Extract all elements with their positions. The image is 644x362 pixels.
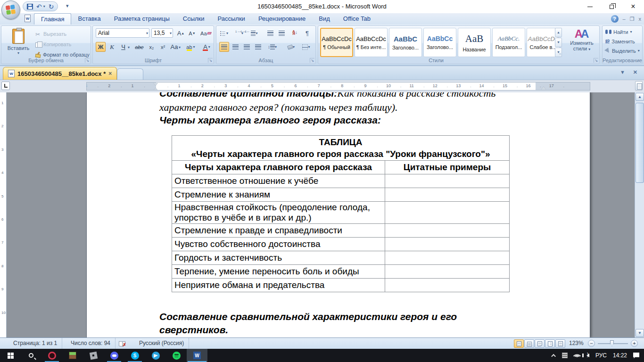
empty-cell[interactable] <box>385 202 510 224</box>
doc-close-icon[interactable]: x <box>639 15 642 23</box>
draft-view-icon[interactable] <box>555 339 565 348</box>
page-count[interactable]: Страница: 1 из 1 <box>8 338 62 349</box>
empty-cell[interactable] <box>385 279 510 292</box>
doc-line1-bold[interactable]: Составление цитатной таблицы: <box>159 92 337 99</box>
tab-review[interactable]: Рецензирование <box>252 13 312 25</box>
taskbar-spotify[interactable] <box>166 349 187 362</box>
align-right-button[interactable] <box>242 42 252 52</box>
doc-line3[interactable]: Черты характера главного героя рассказа: <box>159 114 495 127</box>
language-status[interactable]: Русский (Россия) <box>134 338 189 349</box>
shrink-font-button[interactable]: А▼ <box>187 28 197 38</box>
select-button[interactable]: Выделить▾ <box>605 47 640 55</box>
taskbar-word-active[interactable]: W <box>187 349 207 362</box>
print-layout-view-icon[interactable] <box>514 339 524 348</box>
empty-cell[interactable] <box>385 188 510 202</box>
doc-line2[interactable]: характера главного героя? (показать чере… <box>159 101 495 114</box>
tab-bar-close-icon[interactable]: ✕ <box>633 69 637 75</box>
empty-cell[interactable] <box>385 174 510 188</box>
qat-customize-icon[interactable]: ▾ <box>66 3 69 9</box>
align-center-button[interactable] <box>231 42 240 52</box>
clipboard-dialog-launcher-icon[interactable]: ↘ <box>85 58 90 63</box>
grow-font-button[interactable]: А▲ <box>176 28 186 38</box>
closing-line2[interactable]: сверстников. <box>159 323 457 337</box>
taskbar-discord[interactable] <box>104 349 124 362</box>
notification-center-icon[interactable] <box>633 353 639 359</box>
change-case-dropdown-icon[interactable]: ▾ <box>179 45 181 49</box>
taskbar-telegram[interactable] <box>145 349 166 362</box>
table-header-col2[interactable]: Цитатные примеры <box>385 161 510 174</box>
paragraph-dialog-launcher-icon[interactable]: ↘ <box>310 58 314 63</box>
tray-expand-icon[interactable] <box>551 354 556 358</box>
outline-view-icon[interactable] <box>545 339 555 348</box>
align-left-button[interactable] <box>219 42 229 52</box>
vertical-scrollbar[interactable]: ▲ ▼ <box>635 92 644 337</box>
highlight-button[interactable]: ab▾ <box>185 42 195 52</box>
numbering-button[interactable]: ▾ <box>234 28 244 38</box>
document-page[interactable]: Составление цитатной таблицы:Как показан… <box>86 92 590 337</box>
close-button[interactable]: × <box>622 0 644 13</box>
italic-button[interactable]: К <box>107 42 117 52</box>
change-case-button[interactable]: Аа <box>169 42 179 52</box>
styles-dialog-launcher-icon[interactable]: ↘ <box>594 58 598 63</box>
paste-dropdown-icon[interactable]: ▾ <box>17 51 19 55</box>
strikethrough-button[interactable]: abe <box>134 42 144 52</box>
cut-button[interactable]: ✂ Вырезать <box>35 30 66 38</box>
justify-button[interactable] <box>253 42 263 52</box>
redo-icon[interactable]: ↻ <box>49 3 54 10</box>
change-styles-button[interactable]: AA Изменить стили ▾ <box>565 28 598 61</box>
taskbar-opera-gx[interactable] <box>41 349 62 362</box>
zoom-in-icon[interactable]: + <box>631 340 638 347</box>
copy-button[interactable]: Копировать <box>35 40 71 49</box>
clock[interactable]: 14:22 <box>613 352 627 359</box>
doc-minimize-icon[interactable]: – <box>623 15 626 23</box>
superscript-button[interactable]: x² <box>158 42 168 52</box>
empty-cell[interactable] <box>385 224 510 238</box>
taskbar-roblox[interactable] <box>83 349 104 362</box>
document-paragraphs[interactable]: Составление цитатной таблицы:Как показан… <box>159 92 495 127</box>
undo-dropdown-icon[interactable]: ▾ <box>43 4 45 8</box>
save-icon[interactable] <box>27 4 33 9</box>
tab-list-dropdown-icon[interactable]: ▼ <box>620 69 625 75</box>
taskbar-skype[interactable]: S <box>124 349 145 362</box>
tab-home[interactable]: Главная <box>34 13 71 25</box>
style-subtitle[interactable]: AaBbCc.Подзагол... <box>492 28 525 57</box>
replace-button[interactable]: abас Заменить <box>605 37 635 45</box>
closing-line1[interactable]: Составление сравнительной характеристики… <box>159 310 457 323</box>
start-button[interactable] <box>0 349 21 362</box>
horizontal-ruler[interactable]: 1231234567891011121314151617············… <box>86 82 590 90</box>
bold-button[interactable]: Ж <box>96 42 106 52</box>
subscript-button[interactable]: x₂ <box>147 42 157 52</box>
tray-app-icon[interactable] <box>562 353 568 358</box>
undo-icon[interactable]: ↶ <box>36 3 42 10</box>
help-icon[interactable]: ? <box>611 15 619 23</box>
tab-view[interactable]: Вид <box>312 13 337 25</box>
increase-indent-button[interactable] <box>277 28 287 38</box>
sort-button[interactable]: АЯ↓ <box>290 27 300 37</box>
tab-page-layout[interactable]: Разметка страницы <box>107 13 176 25</box>
font-color-button[interactable]: А▾ <box>201 42 211 52</box>
paste-button[interactable]: Вставить ▾ <box>5 29 32 60</box>
style-title[interactable]: AaBНазвание <box>458 28 491 57</box>
bullets-button[interactable]: ▾ <box>219 28 229 38</box>
font-dialog-launcher-icon[interactable]: ↘ <box>208 58 213 63</box>
styles-scroll-down-icon[interactable]: ▼ <box>555 38 562 47</box>
style-heading1[interactable]: AaBbCЗаголово... <box>389 28 422 57</box>
zoom-out-icon[interactable]: − <box>588 340 595 347</box>
word-count[interactable]: Число слов: 94 <box>66 338 116 349</box>
wifi-icon[interactable] <box>574 353 580 358</box>
multilevel-list-button[interactable]: ▾ <box>249 28 259 38</box>
doc-line1-italic[interactable]: Как показана в рассказе стойкость <box>337 92 495 99</box>
restore-button[interactable] <box>601 0 622 13</box>
tab-insert[interactable]: Вставка <box>71 13 107 25</box>
right-indent-marker[interactable] <box>541 86 546 90</box>
vertical-ruler[interactable]: 12345678910 <box>0 92 7 337</box>
doc-restore-icon[interactable]: ❐ <box>630 15 635 23</box>
spellcheck-status[interactable] <box>114 338 131 349</box>
underline-button[interactable]: Ч <box>118 42 128 52</box>
document-tab-active[interactable]: W 1650346500485__85ke1.docx * × <box>3 67 117 80</box>
empty-cell[interactable] <box>385 251 510 265</box>
tab-close-icon[interactable]: × <box>108 70 112 77</box>
line-spacing-button[interactable]: ↕▾ <box>267 42 277 52</box>
styles-scroll-up-icon[interactable]: ▲ <box>555 28 562 37</box>
decrease-indent-button[interactable] <box>265 28 275 38</box>
